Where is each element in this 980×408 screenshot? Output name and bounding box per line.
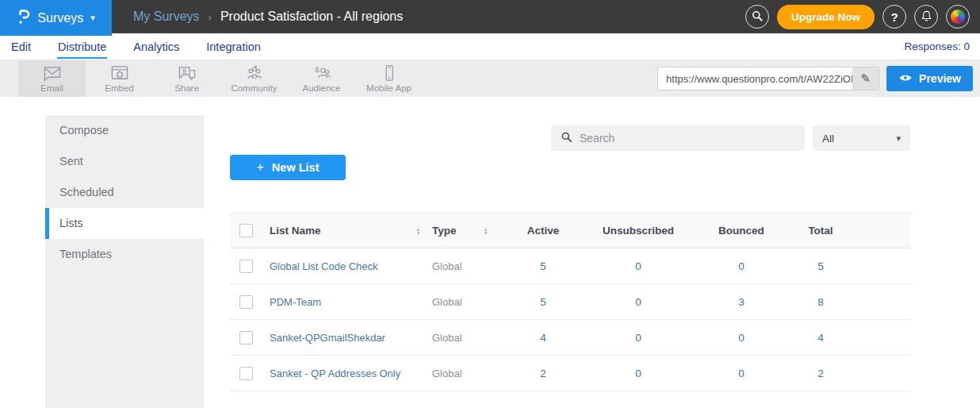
row-checkbox[interactable] [239, 260, 253, 273]
sort-icon[interactable]: ▴▾ [416, 227, 419, 235]
responses-count[interactable]: Responses: 0 [904, 40, 970, 52]
lists-table: List Name ▴▾ Type ▴▾ Active Unsubscribed… [230, 213, 910, 391]
table-row: PDM-Team Global 5 0 3 8 [230, 284, 910, 320]
tool-community-label: Community [231, 83, 277, 93]
breadcrumb: My Surveys › Product Satisfaction - All … [133, 10, 403, 24]
total-count-link[interactable]: 4 [817, 332, 824, 344]
list-name-link[interactable]: Sanket-QPGmailShekdar [270, 332, 385, 344]
tool-audience[interactable]: $ Audience [288, 60, 355, 97]
col-bounced: Bounced [698, 225, 785, 237]
tool-share-label: Share [174, 83, 199, 93]
distribute-toolbar: Email Embed Share [0, 60, 980, 97]
total-count-link[interactable]: 8 [817, 296, 824, 308]
tab-edit[interactable]: Edit [10, 34, 32, 59]
unsubscribed-count-link[interactable]: 0 [635, 332, 641, 344]
unsubscribed-count-link[interactable]: 0 [635, 368, 641, 379]
survey-url-box: ✎ [657, 67, 879, 90]
tool-embed-label: Embed [105, 83, 133, 93]
list-type: Global [432, 368, 462, 379]
breadcrumb-separator-icon: › [209, 11, 212, 23]
chevron-down-icon: ▾ [90, 13, 95, 23]
email-icon [41, 64, 63, 83]
table-row: Global List Code Check Global 5 0 0 5 [230, 248, 910, 284]
lists-panel: All ▾ + New List List Name ▴▾ Type [204, 115, 980, 408]
tool-audience-label: Audience [303, 83, 341, 93]
tool-embed[interactable]: Embed [86, 60, 153, 97]
preview-button[interactable]: Preview [886, 66, 973, 91]
list-type: Global [432, 296, 462, 308]
product-label: Surveys [37, 11, 83, 25]
sidebar-item-compose[interactable]: Compose [45, 115, 204, 146]
content-area: Compose Sent Scheduled Lists Templates A… [0, 97, 980, 408]
col-unsubscribed: Unsubscribed [579, 225, 698, 237]
table-header: List Name ▴▾ Type ▴▾ Active Unsubscribed… [230, 213, 910, 248]
active-count-link[interactable]: 5 [540, 296, 546, 308]
edit-url-button[interactable]: ✎ [852, 67, 879, 90]
survey-tabs: Edit Distribute Analytics Integration Re… [0, 33, 980, 60]
embed-icon [109, 64, 131, 83]
active-count-link[interactable]: 5 [540, 260, 546, 272]
surveys-product-switcher[interactable]: Surveys ▾ [0, 0, 112, 36]
sidebar-item-lists[interactable]: Lists [45, 208, 204, 239]
new-list-label: New List [272, 161, 320, 174]
sidebar-item-scheduled[interactable]: Scheduled [45, 177, 204, 208]
notifications-button[interactable] [914, 5, 938, 29]
account-menu-button[interactable] [946, 5, 970, 29]
topbar-actions: Upgrade Now ? [745, 5, 970, 29]
bounced-count-link[interactable]: 0 [738, 368, 745, 379]
top-header: Surveys ▾ My Surveys › Product Satisfact… [0, 0, 980, 33]
tool-mobile-app[interactable]: Mobile App [355, 60, 423, 97]
plus-icon: + [257, 160, 264, 175]
survey-url-input[interactable] [658, 67, 852, 90]
active-count-link[interactable]: 2 [540, 368, 546, 379]
bounced-count-link[interactable]: 3 [738, 296, 745, 308]
search-icon [751, 10, 764, 25]
list-filter-dropdown[interactable]: All ▾ [813, 125, 910, 151]
svg-text:$: $ [315, 65, 320, 74]
community-icon [243, 64, 266, 83]
list-name-link[interactable]: PDM-Team [270, 296, 321, 308]
tab-analytics[interactable]: Analytics [132, 34, 180, 59]
list-name-link[interactable]: Sanket - QP Addresses Only [270, 368, 400, 379]
unsubscribed-count-link[interactable]: 0 [635, 296, 641, 308]
unsubscribed-count-link[interactable]: 0 [635, 260, 641, 272]
list-name-link[interactable]: Global List Code Check [270, 260, 378, 272]
total-count-link[interactable]: 2 [817, 368, 824, 379]
search-input[interactable] [580, 132, 795, 144]
search-filter-row: All ▾ [230, 125, 910, 151]
page-title: Product Satisfaction - All regions [220, 10, 403, 24]
chevron-down-icon: ▾ [896, 133, 901, 144]
new-list-button[interactable]: + New List [230, 155, 346, 180]
search-box [551, 125, 805, 151]
questionpro-logo-icon [17, 8, 30, 29]
tool-email[interactable]: Email [18, 60, 86, 97]
tab-distribute[interactable]: Distribute [57, 34, 107, 59]
col-active: Active [507, 225, 579, 237]
share-icon [176, 64, 198, 83]
avatar [951, 10, 965, 24]
tab-integration[interactable]: Integration [205, 34, 262, 59]
table-row: Sanket-QPGmailShekdar Global 4 0 0 4 [230, 320, 910, 356]
breadcrumb-my-surveys[interactable]: My Surveys [133, 10, 200, 24]
bounced-count-link[interactable]: 0 [738, 260, 745, 272]
sort-icon[interactable]: ▴▾ [484, 227, 487, 235]
question-mark-icon: ? [890, 10, 898, 24]
row-checkbox[interactable] [239, 367, 253, 380]
select-all-checkbox[interactable] [239, 224, 253, 237]
global-search-button[interactable] [745, 5, 769, 29]
upgrade-now-button[interactable]: Upgrade Now [777, 5, 875, 29]
total-count-link[interactable]: 5 [817, 260, 824, 272]
col-list-name: List Name [270, 225, 321, 237]
col-total: Total [785, 225, 856, 237]
tool-mobile-app-label: Mobile App [366, 83, 412, 93]
tool-share[interactable]: Share [153, 60, 220, 97]
tool-community[interactable]: Community [220, 60, 288, 97]
help-button[interactable]: ? [882, 5, 906, 29]
sidebar-item-sent[interactable]: Sent [45, 146, 204, 177]
row-checkbox[interactable] [239, 331, 253, 344]
row-checkbox[interactable] [239, 295, 253, 309]
sidebar-item-templates[interactable]: Templates [45, 239, 204, 270]
email-sidebar: Compose Sent Scheduled Lists Templates [45, 115, 204, 408]
bounced-count-link[interactable]: 0 [738, 332, 745, 344]
active-count-link[interactable]: 4 [540, 332, 546, 344]
